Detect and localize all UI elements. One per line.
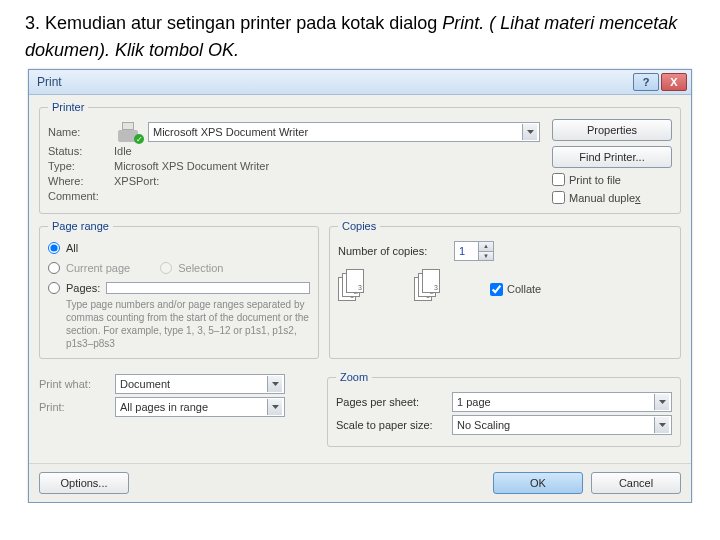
collate-icon: 1 2 3 <box>414 269 474 309</box>
print-what-label: Print what: <box>39 378 109 390</box>
type-label: Type: <box>48 160 108 172</box>
zoom-group: Zoom Pages per sheet: 1 page Scale to pa… <box>327 371 681 447</box>
pages-input[interactable] <box>106 282 310 294</box>
radio-pages[interactable]: Pages: <box>48 282 310 294</box>
options-button[interactable]: Options... <box>39 472 129 494</box>
page-range-group: Page range All Current page Selection Pa… <box>39 220 319 359</box>
radio-all[interactable]: All <box>48 242 310 254</box>
radio-current[interactable]: Current page <box>48 262 130 274</box>
where-label: Where: <box>48 175 108 187</box>
collate-check[interactable]: Collate <box>490 283 541 296</box>
titlebar: Print ? X <box>29 70 691 95</box>
collate-icon: 1 2 3 <box>338 269 398 309</box>
zoom-legend: Zoom <box>336 371 372 383</box>
cancel-button[interactable]: Cancel <box>591 472 681 494</box>
ok-button[interactable]: OK <box>493 472 583 494</box>
where-value: XPSPort: <box>114 175 159 187</box>
status-label: Status: <box>48 145 108 157</box>
manual-duplex-check[interactable]: Manual duplex <box>552 191 672 204</box>
pps-combo[interactable]: 1 page <box>452 392 672 412</box>
chevron-down-icon <box>267 376 282 392</box>
comment-label: Comment: <box>48 190 108 202</box>
pages-help: Type page numbers and/or page ranges sep… <box>48 298 310 350</box>
printer-legend: Printer <box>48 101 88 113</box>
print-what-combo[interactable]: Document <box>115 374 285 394</box>
printer-name-combo[interactable]: Microsoft XPS Document Writer <box>148 122 540 142</box>
chevron-down-icon <box>522 124 537 140</box>
print-label: Print: <box>39 401 109 413</box>
printer-icon: ✓ <box>114 122 142 142</box>
printer-group: Printer Name: ✓ Microsoft XPS Document W… <box>39 101 681 214</box>
scale-combo[interactable]: No Scaling <box>452 415 672 435</box>
copies-group: Copies Number of copies: 1 ▲▼ 1 2 3 <box>329 220 681 359</box>
scale-label: Scale to paper size: <box>336 419 446 431</box>
pps-label: Pages per sheet: <box>336 396 446 408</box>
print-dialog: Print ? X Printer Name: ✓ Microsoft XPS … <box>28 69 692 503</box>
help-button[interactable]: ? <box>633 73 659 91</box>
properties-button[interactable]: Properties <box>552 119 672 141</box>
chevron-down-icon <box>654 417 669 433</box>
chevron-down-icon <box>654 394 669 410</box>
page-range-legend: Page range <box>48 220 113 232</box>
close-button[interactable]: X <box>661 73 687 91</box>
dialog-footer: Options... OK Cancel <box>29 463 691 502</box>
print-combo[interactable]: All pages in range <box>115 397 285 417</box>
dialog-title: Print <box>33 75 631 89</box>
find-printer-button[interactable]: Find Printer... <box>552 146 672 168</box>
chevron-down-icon <box>267 399 282 415</box>
copies-legend: Copies <box>338 220 380 232</box>
instruction-text: 3. Kemudian atur setingan printer pada k… <box>0 0 720 69</box>
print-to-file-check[interactable]: Print to file <box>552 173 672 186</box>
num-copies-spinner[interactable]: 1 ▲▼ <box>454 241 494 261</box>
status-value: Idle <box>114 145 132 157</box>
name-label: Name: <box>48 126 108 138</box>
radio-selection[interactable]: Selection <box>160 262 223 274</box>
type-value: Microsoft XPS Document Writer <box>114 160 269 172</box>
num-copies-label: Number of copies: <box>338 245 448 257</box>
